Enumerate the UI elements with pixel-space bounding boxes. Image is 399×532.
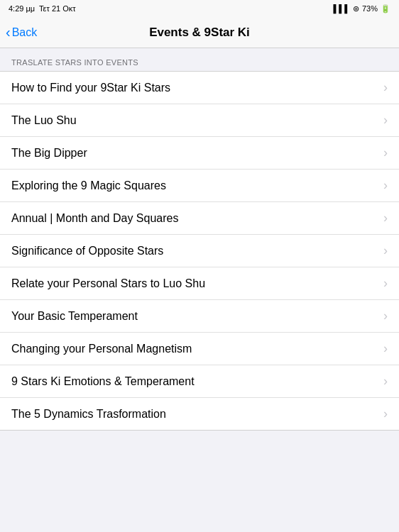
chevron-right-icon: ›: [383, 374, 388, 389]
list-item-label: Changing your Personal Magnetism: [11, 343, 378, 355]
list-item[interactable]: 9 Stars Ki Emotions & Temperament›: [0, 365, 399, 398]
wifi-icon: ⊛: [353, 4, 359, 13]
battery-icon: 73%: [362, 4, 378, 13]
chevron-right-icon: ›: [383, 276, 388, 291]
menu-list: How to Find your 9Star Ki Stars›The Luo …: [0, 71, 399, 431]
list-item-label: Exploring the 9 Magic Squares: [11, 179, 378, 192]
status-bar: 4:29 μμ Τετ 21 Οκτ ▌▌▌ ⊛ 73% 🔋: [0, 0, 399, 17]
list-item[interactable]: Significance of Opposite Stars›: [0, 235, 399, 267]
list-item[interactable]: How to Find your 9Star Ki Stars›: [0, 72, 399, 104]
chevron-right-icon: ›: [383, 243, 388, 258]
list-item[interactable]: Exploring the 9 Magic Squares›: [0, 170, 399, 202]
list-item[interactable]: Annual | Month and Day Squares›: [0, 202, 399, 235]
back-label: Back: [12, 26, 38, 39]
list-item-label: 9 Stars Ki Emotions & Temperament: [11, 375, 378, 388]
list-item-label: How to Find your 9Star Ki Stars: [11, 82, 378, 94]
chevron-right-icon: ›: [383, 145, 388, 160]
list-item[interactable]: Your Basic Temperament›: [0, 300, 399, 333]
list-item-label: The Luo Shu: [11, 114, 378, 127]
list-item[interactable]: Changing your Personal Magnetism›: [0, 333, 399, 365]
status-time-date: 4:29 μμ Τετ 21 Οκτ: [9, 4, 76, 13]
list-item[interactable]: The Big Dipper›: [0, 137, 399, 170]
chevron-right-icon: ›: [383, 178, 388, 193]
list-item-label: Relate your Personal Stars to Luo Shu: [11, 277, 378, 290]
navigation-bar: ‹ Back Events & 9Star Ki: [0, 17, 399, 48]
list-item-label: The Big Dipper: [11, 147, 378, 160]
chevron-right-icon: ›: [383, 341, 388, 356]
back-chevron-icon: ‹: [6, 25, 11, 39]
chevron-right-icon: ›: [383, 406, 388, 421]
section-header: TRASLATE STARS INTO EVENTS: [0, 48, 399, 71]
page-title: Events & 9Star Ki: [149, 26, 250, 40]
list-item-label: Annual | Month and Day Squares: [11, 212, 378, 225]
signal-icon: ▌▌▌: [334, 4, 350, 13]
list-item[interactable]: The Luo Shu›: [0, 104, 399, 137]
list-item[interactable]: Relate your Personal Stars to Luo Shu›: [0, 267, 399, 300]
battery-bar-icon: 🔋: [381, 4, 390, 13]
list-item-label: Your Basic Temperament: [11, 310, 378, 323]
chevron-right-icon: ›: [383, 80, 388, 95]
list-item[interactable]: The 5 Dynamics Trasformation›: [0, 398, 399, 430]
chevron-right-icon: ›: [383, 113, 388, 128]
status-indicators: ▌▌▌ ⊛ 73% 🔋: [334, 4, 390, 13]
chevron-right-icon: ›: [383, 309, 388, 323]
list-item-label: Significance of Opposite Stars: [11, 245, 378, 257]
chevron-right-icon: ›: [383, 211, 388, 226]
list-item-label: The 5 Dynamics Trasformation: [11, 408, 378, 421]
back-button[interactable]: ‹ Back: [6, 26, 37, 39]
